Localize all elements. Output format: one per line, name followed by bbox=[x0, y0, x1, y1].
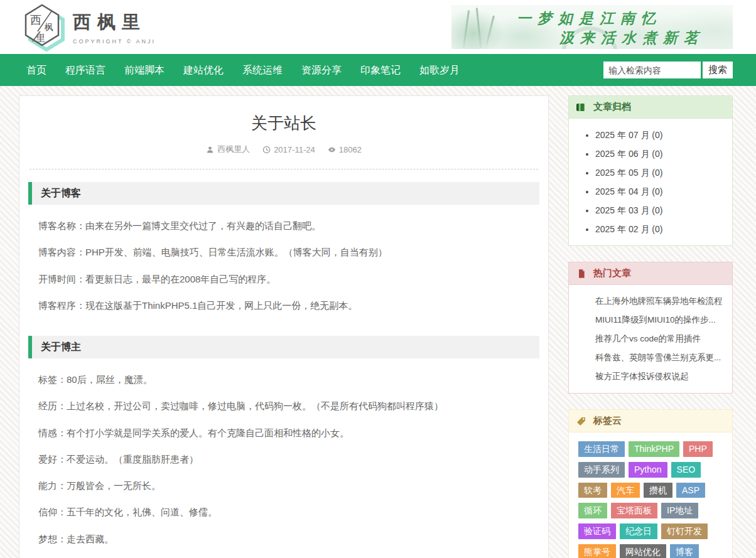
site-copyright: COPYRIGHT © ANJI bbox=[73, 38, 156, 45]
nav-item[interactable]: 建站优化 bbox=[174, 54, 233, 86]
article-paragraph: 博客内容：PHP开发、前端、电脑技巧、日常生活流水账。（博客大同，自当有别） bbox=[38, 247, 539, 257]
tag-item[interactable]: 动手系列 bbox=[578, 462, 625, 478]
tag-cloud: 生活日常ThinkPHPPHP动手系列PythonSEO软考汽车攒机ASP循环宝… bbox=[569, 432, 732, 558]
tag-item[interactable]: 攒机 bbox=[644, 483, 672, 498]
article-paragraph: 梦想：走去西藏。 bbox=[38, 534, 539, 544]
archive-widget: 文章归档 2025 年 07 月 (0)2025 年 06 月 (0)2025 … bbox=[568, 95, 733, 246]
article-author-label: 西枫里人 bbox=[217, 144, 250, 155]
site-logo[interactable]: 西 枫 里 西枫里 COPYRIGHT © ANJI bbox=[19, 3, 156, 51]
archive-widget-title: 文章归档 bbox=[593, 101, 631, 113]
banner-verse-line2: 汲来活水煮新茗 bbox=[559, 28, 705, 48]
tag-item[interactable]: ASP bbox=[676, 483, 705, 498]
tag-item[interactable]: 汽车 bbox=[611, 483, 640, 498]
article-date-label: 2017-11-24 bbox=[274, 145, 315, 154]
logo-char-feng: 枫 bbox=[44, 22, 53, 32]
nav-item[interactable]: 程序语言 bbox=[56, 54, 115, 86]
archive-widget-header: 文章归档 bbox=[569, 96, 732, 119]
archive-item[interactable]: 2025 年 04 月 (0) bbox=[595, 182, 727, 201]
logo-char-xi: 西 bbox=[30, 14, 41, 26]
search-input[interactable] bbox=[603, 62, 701, 78]
hot-article-item[interactable]: 在上海外地牌照车辆异地年检流程 bbox=[595, 292, 727, 311]
archive-item[interactable]: 2025 年 06 月 (0) bbox=[595, 144, 727, 163]
tag-item[interactable]: 钉钉开发 bbox=[661, 523, 708, 539]
tag-item[interactable]: 熊掌号 bbox=[578, 544, 616, 558]
article-views-label: 18062 bbox=[339, 145, 362, 154]
nav-item[interactable]: 如歌岁月 bbox=[410, 54, 469, 86]
tag-item[interactable]: 验证码 bbox=[578, 523, 616, 539]
tags-widget-title: 标签云 bbox=[593, 415, 622, 427]
article-paragraph: 博客名称：由来在另外一篇博文里交代过了，有兴趣的话自己翻吧。 bbox=[38, 220, 539, 231]
section-heading-blog: 关于博客 bbox=[28, 182, 539, 205]
article-date: 2017-11-24 bbox=[262, 145, 315, 154]
hot-widget-header: 热门文章 bbox=[569, 262, 732, 285]
clock-icon bbox=[262, 146, 271, 154]
tag-item[interactable]: ThinkPHP bbox=[629, 441, 679, 457]
article-paragraph: 能力：万般皆会，一无所长。 bbox=[38, 480, 539, 491]
tag-item[interactable]: PHP bbox=[683, 441, 713, 457]
tag-item[interactable]: 博客 bbox=[670, 544, 699, 558]
tag-item[interactable]: 宝塔面板 bbox=[611, 503, 657, 518]
tag-icon bbox=[576, 416, 586, 426]
article-card: 关于站长 西枫里人 2017-11-24 bbox=[19, 95, 549, 558]
sidebar: 文章归档 2025 年 07 月 (0)2025 年 06 月 (0)2025 … bbox=[568, 95, 733, 558]
article-paragraph: 爱好：不爱运动。（重度脂肪肝患者） bbox=[38, 454, 539, 464]
header-banner-art: 一梦如是江南忆 汲来活水煮新茗 bbox=[451, 5, 733, 49]
logo-char-li: 里 bbox=[36, 33, 45, 43]
tag-item[interactable]: IP地址 bbox=[661, 503, 698, 518]
archive-item[interactable]: 2025 年 05 月 (0) bbox=[595, 163, 727, 182]
article-paragraph: 博客程序：现在这版基于ThinkPHP5.1自己开发，网上只此一份，绝无副本。 bbox=[38, 300, 539, 311]
banner-reed-decor bbox=[463, 10, 470, 48]
section-blogger-paragraphs: 标签：80后，屌丝，魔漂。经历：上过名校，开过公司，卖过咖啡，修过电脑，代码狗一… bbox=[28, 374, 539, 544]
banner-reed-decor bbox=[485, 15, 495, 46]
tag-cloud-widget: 标签云 生活日常ThinkPHPPHP动手系列PythonSEO软考汽车攒机AS… bbox=[568, 409, 733, 558]
archive-item[interactable]: 2025 年 02 月 (0) bbox=[595, 220, 727, 239]
book-icon bbox=[576, 102, 586, 112]
tags-widget-header: 标签云 bbox=[569, 410, 732, 432]
section-blog-paragraphs: 博客名称：由来在另外一篇博文里交代过了，有兴趣的话自己翻吧。博客内容：PHP开发… bbox=[28, 220, 539, 311]
archive-item[interactable]: 2025 年 07 月 (0) bbox=[595, 126, 727, 144]
section-heading-blogger: 关于博主 bbox=[28, 336, 539, 358]
content-area: 关于站长 西枫里人 2017-11-24 bbox=[19, 95, 737, 558]
tag-item[interactable]: 生活日常 bbox=[578, 441, 625, 457]
hot-article-item[interactable]: 被方正字体投诉侵权说起 bbox=[595, 367, 727, 386]
tag-item[interactable]: 软考 bbox=[578, 483, 607, 498]
hot-article-item[interactable]: MIUI11降级到MIUI10的操作步... bbox=[595, 311, 727, 330]
archive-item[interactable]: 2025 年 03 月 (0) bbox=[595, 201, 727, 220]
nav-item[interactable]: 首页 bbox=[17, 54, 56, 86]
hot-article-item[interactable]: 推荐几个vs code的常用插件 bbox=[595, 330, 727, 348]
hot-widget-title: 热门文章 bbox=[593, 267, 631, 279]
article-meta: 西枫里人 2017-11-24 18062 bbox=[28, 144, 539, 155]
hot-articles-widget: 热门文章 在上海外地牌照车辆异地年检流程MIUI11降级到MIUI10的操作步.… bbox=[568, 262, 733, 394]
article-paragraph: 经历：上过名校，开过公司，卖过咖啡，修过电脑，代码狗一枚。（不是所有代码狗都叫程… bbox=[38, 400, 539, 411]
tag-item[interactable]: 循环 bbox=[578, 503, 607, 518]
hot-article-item[interactable]: 科鲁兹、英朗等雪佛兰别克系更... bbox=[595, 348, 727, 367]
banner-verse-line1: 一梦如是江南忆 bbox=[517, 9, 662, 28]
archive-list: 2025 年 07 月 (0)2025 年 06 月 (0)2025 年 05 … bbox=[569, 126, 732, 239]
article-title: 关于站长 bbox=[28, 112, 539, 134]
logo-text-block: 西枫里 COPYRIGHT © ANJI bbox=[73, 10, 156, 45]
site-title: 西枫里 bbox=[73, 10, 156, 35]
article-paragraph: 开博时间：看更新日志，最早的在2008年自己写的程序。 bbox=[38, 274, 539, 284]
banner-reed-decor bbox=[476, 8, 482, 48]
site-header: 西 枫 里 西枫里 COPYRIGHT © ANJI 一梦如是江南忆 汲来活水煮… bbox=[0, 0, 756, 54]
main-nav: 首页程序语言前端脚本建站优化系统运维资源分享印象笔记如歌岁月 搜索 bbox=[0, 54, 756, 86]
tag-item[interactable]: 网站优化 bbox=[620, 544, 666, 558]
tag-item[interactable]: SEO bbox=[671, 462, 701, 478]
nav-menu: 首页程序语言前端脚本建站优化系统运维资源分享印象笔记如歌岁月 bbox=[17, 54, 469, 86]
article-paragraph: 信仰：五千年的文化，礼佛、问道、修儒。 bbox=[38, 507, 539, 517]
tag-item[interactable]: 纪念日 bbox=[620, 523, 657, 539]
article-paragraph: 情感：有个打小学就是同学关系的爱人。有个克隆自己面相和性格的小女。 bbox=[38, 427, 539, 438]
search-button[interactable]: 搜索 bbox=[703, 62, 733, 78]
logo-hexagon-icon: 西 枫 里 bbox=[19, 3, 65, 51]
file-icon bbox=[576, 269, 586, 279]
meta-divider bbox=[30, 169, 538, 169]
nav-item[interactable]: 资源分享 bbox=[292, 54, 351, 86]
tag-item[interactable]: Python bbox=[629, 462, 667, 478]
nav-item[interactable]: 前端脚本 bbox=[115, 54, 174, 86]
nav-item[interactable]: 印象笔记 bbox=[351, 54, 410, 86]
nav-item[interactable]: 系统运维 bbox=[233, 54, 292, 86]
hot-articles-list: 在上海外地牌照车辆异地年检流程MIUI11降级到MIUI10的操作步...推荐几… bbox=[569, 292, 732, 386]
article-views: 18062 bbox=[328, 145, 362, 154]
article-paragraph: 标签：80后，屌丝，魔漂。 bbox=[38, 374, 539, 385]
article-author[interactable]: 西枫里人 bbox=[206, 144, 250, 155]
